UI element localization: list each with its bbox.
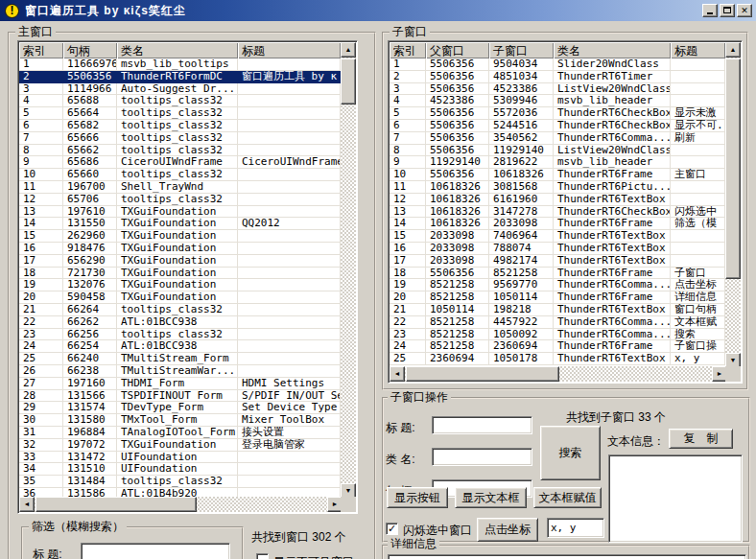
main-hscrollbar[interactable]: ◄ ► (19, 497, 343, 512)
click-coord-button[interactable]: 点击坐标 (477, 518, 538, 542)
table-row[interactable]: 1265706tooltips_class32 (19, 194, 341, 206)
show-textbox-button[interactable]: 显示文本框 (455, 487, 527, 508)
table-row[interactable]: 555063565572036ThunderRT6CheckBox显示未激 (390, 107, 725, 120)
table-row[interactable]: 111666976msvb_lib_tooltips (19, 58, 341, 71)
column-header[interactable]: 标题 (671, 42, 725, 58)
child-vscrollbar[interactable]: ▲ ▼ (725, 42, 741, 368)
table-row[interactable]: 2466254ATL:01BCC938 (19, 340, 341, 353)
column-header[interactable]: 父窗口 (426, 42, 489, 58)
table-row[interactable]: 162033098788074ThunderRT6TextBox (390, 243, 725, 255)
main-vscroll-thumb[interactable] (341, 58, 356, 105)
table-row[interactable]: 30131580TMxTool_FormMixer ToolBox (19, 414, 341, 427)
column-header[interactable]: 标题 (238, 42, 341, 58)
show-invisible-checkbox[interactable] (256, 553, 269, 559)
table-row[interactable]: 1855063568521258ThunderRT6Frame子窗口 (390, 268, 725, 280)
table-row[interactable]: 2266262ATL:01BCC938 (19, 316, 341, 329)
main-vscrollbar[interactable]: ▲ ▼ (341, 42, 356, 499)
search-button[interactable]: 搜索 (540, 426, 601, 480)
table-row[interactable]: 865662tooltips_class32 (19, 145, 341, 157)
table-row[interactable]: 17656290TXGuiFoundation (19, 255, 341, 268)
title-bar[interactable]: ! 窗口遍历工具 by κiζs笑红尘 ✕ (0, 0, 756, 21)
maximize-button[interactable] (720, 4, 735, 17)
table-row[interactable]: 36131586ATL:01B4b920 (19, 488, 341, 497)
table-row[interactable]: 34131510UIFoundation (19, 463, 341, 476)
table-row[interactable]: 10550635610618326ThunderRT6Frame主窗口 (390, 169, 725, 181)
scroll-left-icon[interactable]: ◄ (19, 497, 35, 512)
table-row[interactable]: 2385212581050092ThunderRT6Comma...搜索 (390, 329, 725, 341)
table-row[interactable]: 211050114198218ThunderRT6TextBox窗口句柄 (390, 304, 725, 316)
table-row[interactable]: 755063563540562ThunderRT6Comma...刷新 (390, 132, 725, 145)
column-header[interactable]: 子窗口 (489, 42, 554, 58)
table-row[interactable]: 13106183263147278ThunderRT6CheckBox闪烁选中 (390, 206, 725, 219)
main-window-listview[interactable]: 索引句柄类名标题 111666976msvb_lib_tooltips25506… (17, 40, 358, 514)
child-window-listview[interactable]: 索引父窗口子窗口类名标题 155063569504034Slider20WndC… (388, 40, 743, 384)
table-row[interactable]: 355063564523386ListView20WndClass (390, 83, 725, 96)
table-row[interactable]: 465688tooltips_class32 (19, 95, 341, 107)
close-button[interactable]: ✕ (737, 4, 752, 17)
table-row[interactable]: 2366256tooltips_class32 (19, 329, 341, 341)
table-row[interactable]: 14131550TXGuiFoundationQQ2012 (19, 218, 341, 230)
ops-class-input[interactable] (432, 448, 532, 466)
table-row[interactable]: 2666238TMultiStreamWar... (19, 365, 341, 378)
table-row[interactable]: 2485212582360694ThunderRT6Frame子窗口操 (390, 340, 725, 353)
scroll-up-icon[interactable]: ▲ (725, 42, 741, 58)
table-row[interactable]: 33131472UIFoundation (19, 452, 341, 464)
scroll-left-icon[interactable]: ◄ (390, 366, 405, 382)
child-hscroll-thumb[interactable] (406, 366, 559, 382)
table-row[interactable]: 445233865309946msvb_lib_header (390, 95, 725, 107)
table-row[interactable]: 655063565244516ThunderRT6CheckBox显示不可. (390, 120, 725, 132)
text-info-box[interactable] (608, 454, 743, 543)
minimize-button[interactable] (702, 4, 718, 17)
main-table-header[interactable]: 索引句柄类名标题 (19, 42, 341, 58)
table-row[interactable]: 2523606941050178ThunderRT6TextBoxx, y (390, 353, 725, 365)
filter-title-input[interactable] (81, 543, 230, 559)
table-row[interactable]: 665682tooltips_class32 (19, 120, 341, 132)
table-row[interactable]: 28131566TSPDIFINOUT_FormS/PDIF IN/OUT Se… (19, 390, 341, 403)
xy-input[interactable] (547, 518, 604, 538)
table-row[interactable]: 35131484tooltips_class32 (19, 476, 341, 488)
table-row[interactable]: 8550635611929140ListView20WndClass (390, 145, 725, 157)
textbox-assign-button[interactable]: 文本框赋值 (533, 487, 602, 508)
table-row[interactable]: 1520330987406964ThunderRT6TextBox (390, 230, 725, 243)
table-row[interactable]: 2166264tooltips_class32 (19, 304, 341, 316)
detail-info-box[interactable] (388, 554, 746, 559)
table-row[interactable]: 2085212581050114ThunderRT6Frame详细信息 (390, 291, 725, 304)
scroll-up-icon[interactable]: ▲ (341, 42, 356, 58)
table-row[interactable]: 32197072TXGuiFoundation登录电脑管家 (19, 439, 341, 452)
ops-title-input[interactable] (432, 416, 532, 434)
table-row[interactable]: 765666tooltips_class32 (19, 132, 341, 145)
table-row[interactable]: 19132076TXGuiFoundation (19, 279, 341, 291)
table-row[interactable]: 2566240TMultiStream_Form (19, 353, 341, 365)
table-row[interactable]: 29131574TDevType_FormSet Device Type (19, 402, 341, 414)
table-row[interactable]: 255063564851034ThunderRT6Timer (390, 71, 725, 83)
table-row[interactable]: 14106183262033098ThunderRT6Frame筛选（模 (390, 218, 725, 230)
table-row[interactable]: 11196700Shell_TrayWnd (19, 181, 341, 194)
table-row[interactable]: 31114966Auto-Suggest Dr... (19, 83, 341, 96)
table-row[interactable]: 965686CiceroUIWndFrameCiceroUIWndFrame (19, 156, 341, 169)
table-row[interactable]: 155063569504034Slider20WndClass (390, 58, 725, 71)
column-header[interactable]: 类名 (554, 42, 671, 58)
copy-button[interactable]: 复 制 (669, 429, 733, 449)
flash-selected-checkbox[interactable]: ✓ (386, 523, 398, 535)
table-row[interactable]: 9119291402819622msvb_lib_header (390, 156, 725, 169)
column-header[interactable]: 句柄 (63, 42, 117, 58)
main-hscroll-thumb[interactable] (35, 497, 197, 512)
table-row[interactable]: 16918476TXGuiFoundation (19, 243, 341, 255)
table-row[interactable]: 15262960TXGuiFoundation (19, 230, 341, 243)
table-row[interactable]: 31196884TAnalogIOTool_Form接头设置 (19, 427, 341, 439)
child-hscrollbar[interactable]: ◄ ► (390, 366, 727, 382)
table-row[interactable]: 12106183266161960ThunderRT6TextBox (390, 194, 725, 206)
table-row[interactable]: 18721730TXGuiFoundation (19, 268, 341, 280)
table-row[interactable]: 11106183263081568ThunderRT6Pictu... (390, 181, 725, 194)
table-row[interactable]: 25506356ThunderRT6FormDC窗口遍历工具 by κ (19, 71, 341, 83)
show-buttons-button[interactable]: 显示按钮 (387, 487, 448, 508)
table-row[interactable]: 565664tooltips_class32 (19, 107, 341, 120)
table-row[interactable]: 1720330984982174ThunderRT6TextBox (390, 255, 725, 268)
table-row[interactable]: 27197160THDMI_FormHDMI Settings (19, 378, 341, 390)
child-table-header[interactable]: 索引父窗口子窗口类名标题 (390, 42, 725, 58)
table-row[interactable]: 13197610TXGuiFoundation (19, 206, 341, 219)
table-row[interactable]: 2285212584457922ThunderRT6Comma...文本框赋 (390, 316, 725, 329)
table-row[interactable]: 1065660tooltips_class32 (19, 169, 341, 181)
column-header[interactable]: 索引 (390, 42, 426, 58)
column-header[interactable]: 索引 (19, 42, 63, 58)
